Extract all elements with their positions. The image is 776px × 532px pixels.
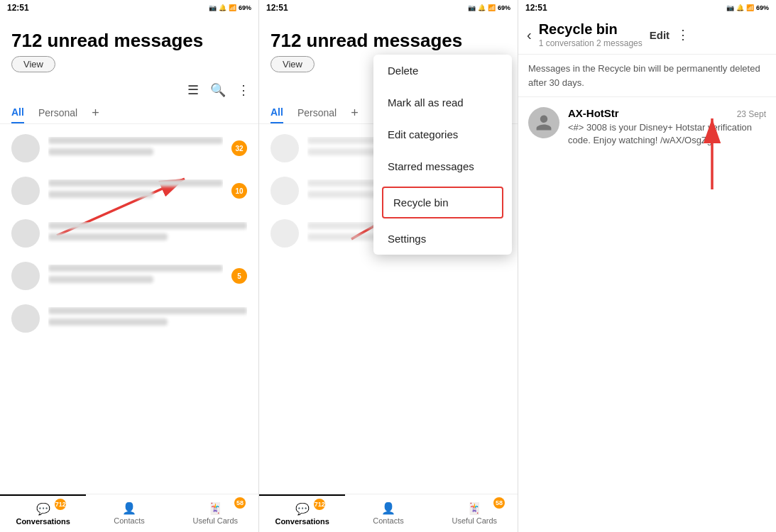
view-button-1[interactable]: View [11,56,55,72]
msg-name-blur [48,307,247,314]
contacts-icon: 👤 [122,501,136,515]
msg-name-blur [48,137,223,144]
list-item[interactable]: 10 [0,170,258,212]
nav-conversations-2[interactable]: 💬 Conversations 712 [259,494,345,532]
cards-icon-2: 🃏 [467,501,481,515]
list-item[interactable]: 5 [0,255,258,297]
list-item[interactable] [0,212,258,255]
nav-cards-1[interactable]: 🃏 Useful Cards 58 [173,494,258,532]
conversations-icon-2: 💬 [295,502,310,516]
recycle-msg-body: AX-HotStr 23 Sept <#> 3008 is your Disne… [568,107,766,147]
nav-badge-cards-2: 58 [493,497,505,509]
msg-preview-blur [48,191,153,198]
recycle-notice: Messages in the Recycle bin will be perm… [518,55,776,97]
time-3: 12:51 [525,3,547,13]
nav-contacts-1[interactable]: 👤 Contacts [86,494,172,532]
recycle-msg-top: AX-HotStr 23 Sept [568,107,766,119]
status-icons-3: 📷 🔔 📶 69% [726,4,769,11]
msg-body [48,222,247,245]
tab-personal-2[interactable]: Personal [297,103,337,123]
recycle-message-item[interactable]: AX-HotStr 23 Sept <#> 3008 is your Disne… [518,97,776,157]
avatar [270,134,299,162]
msg-preview-blur [48,318,168,326]
more-icon-3[interactable]: ⋮ [677,27,689,43]
tab-all-2[interactable]: All [270,102,283,123]
nav-contacts-label-2: Contacts [373,516,403,525]
filter-icon-1[interactable]: ☰ [187,82,199,98]
msg-body [48,137,223,160]
view-button-2[interactable]: View [270,56,315,72]
nav-cards-2[interactable]: 🃏 Useful Cards 58 [432,494,518,532]
msg-body [48,265,223,287]
time-1: 12:51 [7,3,29,13]
unread-title-1: 712 unread messages [11,30,247,52]
nav-badge-conversations-1: 712 [55,499,66,510]
msg-preview-blur [48,148,153,155]
dropdown-starred-messages[interactable]: Starred messages [373,150,512,182]
msg-name-blur [48,265,223,272]
panel2-content: 712 unread messages View ☰ 🔍 ⋮ All Perso… [259,16,518,532]
avatar [11,262,40,290]
unread-title-2: 712 unread messages [270,30,506,52]
recycle-title-block: Recycle bin 1 conversation 2 messages [539,21,643,48]
status-bar-3: 12:51 📷 🔔 📶 69% [518,0,776,16]
back-button[interactable]: ‹ [527,27,532,43]
conversations-icon: 💬 [36,502,50,516]
nav-conversations-label-1: Conversations [16,517,70,526]
recycle-msg-preview: <#> 3008 is your Disney+ Hotstar verific… [568,121,766,147]
avatar [11,219,40,248]
dropdown-mark-all-read[interactable]: Mark all as read [373,87,512,118]
panel1-content: 712 unread messages View ☰ 🔍 ⋮ All Perso… [0,16,258,532]
bottom-nav-1: 💬 Conversations 712 👤 Contacts 🃏 Useful … [0,494,258,532]
status-icons-2: 📷 🔔 📶 69% [468,4,510,11]
avatar [270,177,299,205]
nav-contacts-2[interactable]: 👤 Contacts [345,494,431,532]
person-icon [535,113,553,132]
tab-add-1[interactable]: + [92,106,99,121]
toolbar-1: ☰ 🔍 ⋮ [0,78,258,102]
avatar [11,134,40,162]
msg-name-blur [48,179,223,187]
nav-conversations-1[interactable]: 💬 Conversations 712 [0,494,86,532]
recycle-header: ‹ Recycle bin 1 conversation 2 messages … [518,16,776,55]
msg-name-blur [48,222,247,229]
recycle-avatar [528,107,559,138]
time-2: 12:51 [266,3,288,13]
nav-badge-conversations-2: 712 [314,499,325,510]
bottom-nav-2: 💬 Conversations 712 👤 Contacts 🃏 Useful … [259,494,518,532]
status-icons-1: 📷 🔔 📶 69% [209,4,251,11]
recycle-title: Recycle bin [539,21,643,38]
dropdown-edit-categories[interactable]: Edit categories [373,118,512,150]
list-item[interactable] [0,297,258,340]
list-item[interactable]: 32 [0,127,258,170]
dropdown-settings[interactable]: Settings [373,223,512,255]
recycle-date: 23 Sept [737,109,766,119]
msg-preview-blur [48,276,153,283]
recycle-subtitle: 1 conversation 2 messages [539,38,643,48]
more-icon-1[interactable]: ⋮ [237,82,250,98]
nav-contacts-label-1: Contacts [114,516,144,525]
nav-cards-label-2: Useful Cards [452,516,498,525]
nav-cards-label-1: Useful Cards [193,516,239,525]
panel-1: 12:51 📷 🔔 📶 69% 712 unread messages View… [0,0,259,532]
dropdown-recycle-bin[interactable]: Recycle bin [382,187,503,218]
tab-add-2[interactable]: + [351,106,359,121]
panel3-content: ‹ Recycle bin 1 conversation 2 messages … [518,16,776,532]
msg-badge: 32 [231,140,247,156]
dropdown-menu-2: Delete Mark all as read Edit categories … [373,55,512,255]
msg-badge: 5 [231,268,247,284]
tabs-1: All Personal + [0,102,258,124]
tab-personal-1[interactable]: Personal [38,103,77,123]
dropdown-delete[interactable]: Delete [373,55,512,87]
cards-icon: 🃏 [208,501,222,515]
msg-body [48,307,247,330]
nav-badge-cards-1: 58 [234,497,246,509]
msg-preview-blur [48,233,168,240]
nav-conversations-label-2: Conversations [275,517,329,526]
tab-all-1[interactable]: All [11,102,24,123]
message-list-1: 32 10 [0,124,258,494]
contacts-icon-2: 👤 [381,501,395,515]
edit-button[interactable]: Edit [650,29,670,41]
avatar [11,177,40,205]
search-icon-1[interactable]: 🔍 [210,82,226,98]
